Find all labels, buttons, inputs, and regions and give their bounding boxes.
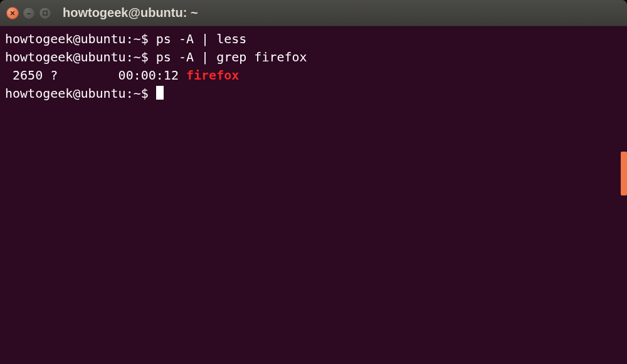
prompt: howtogeek@ubuntu:~$ — [5, 86, 149, 101]
close-icon — [9, 10, 16, 16]
terminal-line: howtogeek@ubuntu:~$ ps -A | grep firefox — [5, 48, 622, 66]
maximize-button[interactable] — [39, 7, 51, 19]
command-text — [149, 86, 156, 101]
minimize-icon — [26, 10, 32, 16]
command-text: ps -A | grep firefox — [149, 49, 307, 65]
maximize-icon — [42, 10, 48, 16]
close-button[interactable] — [6, 7, 19, 19]
grep-match: firefox — [186, 68, 239, 83]
terminal-window: howtogeek@ubuntu: ~ howtogeek@ubuntu:~$ … — [0, 0, 627, 364]
output-text: 2650 ? 00:00:12 — [5, 68, 186, 83]
command-text: ps -A | less — [149, 31, 247, 46]
prompt: howtogeek@ubuntu:~$ — [5, 31, 149, 46]
scrollbar-thumb[interactable] — [621, 152, 627, 195]
prompt: howtogeek@ubuntu:~$ — [5, 49, 149, 65]
window-controls — [6, 7, 51, 19]
terminal-body[interactable]: howtogeek@ubuntu:~$ ps -A | less howtoge… — [0, 26, 627, 364]
cursor — [156, 86, 164, 100]
terminal-line: howtogeek@ubuntu:~$ ps -A | less — [5, 30, 622, 48]
terminal-line: howtogeek@ubuntu:~$ — [5, 85, 622, 103]
terminal-line: 2650 ? 00:00:12 firefox — [5, 66, 622, 85]
minimize-button[interactable] — [23, 7, 35, 19]
window-title: howtogeek@ubuntu: ~ — [63, 6, 198, 20]
svg-rect-3 — [43, 11, 47, 15]
titlebar[interactable]: howtogeek@ubuntu: ~ — [0, 0, 627, 26]
